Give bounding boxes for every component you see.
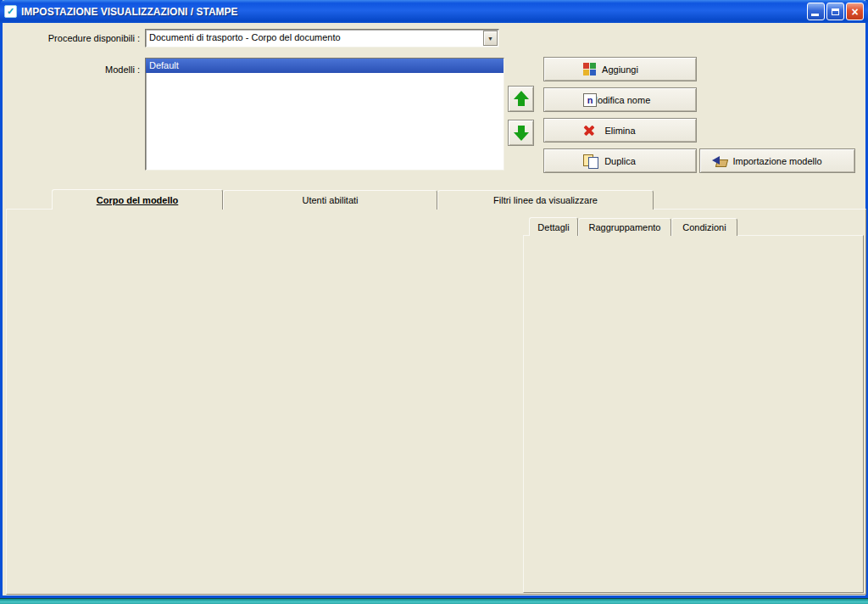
importazione-button-label: Importazione modello [732, 156, 821, 166]
procedure-label: Procedure disponibili : [13, 33, 140, 43]
taskbar-strip [0, 598, 868, 604]
modelli-label: Modelli : [13, 64, 140, 75]
modelli-listbox[interactable]: Default [145, 58, 504, 171]
duplica-button-label: Duplica [604, 156, 636, 166]
chevron-down-icon: ▼ [487, 36, 493, 42]
duplica-button[interactable]: Duplica [543, 148, 697, 173]
importazione-modello-button[interactable]: Importazione modello [699, 148, 855, 173]
delete-x-icon [583, 125, 595, 137]
tab-raggruppamento-label: Raggruppamento [588, 222, 660, 232]
minimize-button[interactable] [807, 3, 825, 20]
rename-icon: n [583, 93, 597, 107]
tab-dettagli-label: Dettagli [537, 222, 569, 232]
model-move-up-button[interactable] [508, 86, 534, 112]
tab-corpo-del-modello[interactable]: Corpo del modello [52, 189, 223, 210]
tab-condizioni-label: Condizioni [682, 222, 726, 232]
arrow-down-icon [514, 125, 529, 141]
list-item[interactable]: Default [146, 59, 504, 73]
screen: ✓ IMPOSTAZIONE VISUALIZZAZIONI / STAMPE … [0, 0, 868, 604]
tab-condizioni[interactable]: Condizioni [671, 218, 737, 236]
arrow-up-icon [514, 91, 529, 107]
rename-letter: n [587, 95, 593, 105]
window-check-icon: ✓ [4, 5, 17, 18]
close-icon: × [851, 6, 858, 18]
modifica-nome-button-label: Modifica nome [590, 95, 651, 105]
elimina-button-label: Elimina [604, 126, 635, 136]
tab-corpo-label: Corpo del modello [97, 195, 179, 205]
tab-filtri-linee[interactable]: Filtri linee da visualizzare [437, 190, 654, 210]
maximize-icon [832, 8, 839, 15]
procedure-combobox-value: Documenti di trasporto - Corpo del docum… [146, 30, 483, 47]
duplicate-icon [583, 154, 598, 168]
window-title: IMPOSTAZIONE VISUALIZZAZIONI / STAMPE [21, 6, 807, 18]
check-glyph: ✓ [7, 7, 14, 16]
aggiungi-button[interactable]: Aggiungi [543, 57, 697, 81]
tab-dettagli[interactable]: Dettagli [529, 217, 578, 236]
elimina-button[interactable]: Elimina [543, 118, 697, 143]
tab-utenti-abilitati[interactable]: Utenti abilitati [223, 190, 437, 210]
close-button[interactable]: × [846, 3, 864, 20]
aggiungi-button-label: Aggiungi [602, 64, 638, 75]
titlebar[interactable]: ✓ IMPOSTAZIONE VISUALIZZAZIONI / STAMPE … [0, 0, 868, 23]
detail-tab-panel [523, 235, 864, 593]
model-move-down-button[interactable] [508, 120, 534, 146]
add-model-icon [583, 63, 589, 69]
tab-filtri-label: Filtri linee da visualizzare [493, 195, 598, 205]
minimize-icon [811, 14, 819, 16]
maximize-button[interactable] [826, 3, 844, 20]
procedure-dropdown-button[interactable]: ▼ [483, 31, 498, 46]
modifica-nome-button[interactable]: n Modifica nome [543, 87, 697, 112]
procedure-combobox[interactable]: Documenti di trasporto - Corpo del docum… [145, 29, 499, 48]
tab-raggruppamento[interactable]: Raggruppamento [578, 218, 671, 236]
dialog-window: ✓ IMPOSTAZIONE VISUALIZZAZIONI / STAMPE … [0, 0, 868, 598]
tab-utenti-label: Utenti abilitati [302, 195, 358, 205]
import-icon [712, 155, 727, 167]
